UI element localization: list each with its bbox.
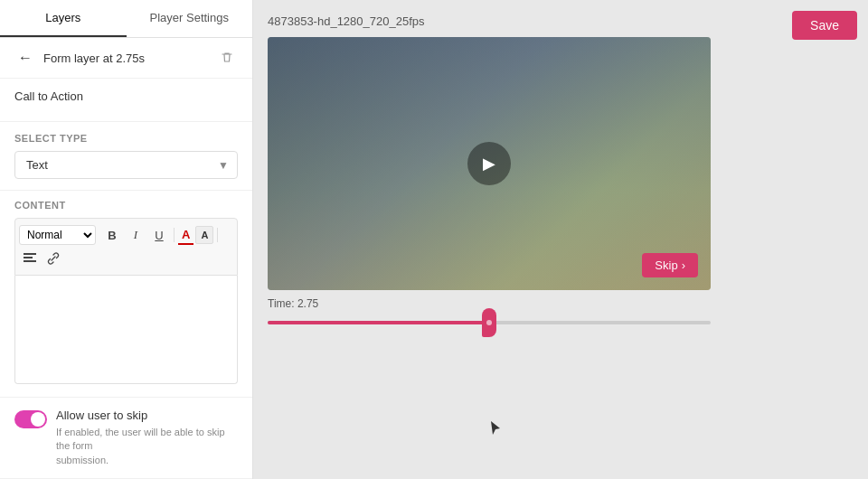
allow-skip-row: Allow user to skip If enabled, the user … <box>0 398 252 478</box>
format-select[interactable]: Normal Heading 1 Heading 2 <box>19 225 96 245</box>
skip-label: Skip <box>655 258 677 272</box>
progress-container <box>268 321 711 324</box>
text-color-button[interactable]: A <box>178 226 193 245</box>
svg-rect-1 <box>24 257 33 258</box>
video-filename: 4873853-hd_1280_720_25fps <box>268 14 854 28</box>
svg-rect-0 <box>24 253 36 255</box>
cursor-indicator <box>489 419 502 437</box>
background-color-button[interactable]: A <box>195 226 213 244</box>
tabs-bar: Layers Player Settings <box>0 0 252 38</box>
divider2 <box>217 228 218 242</box>
align-button[interactable] <box>19 248 41 269</box>
skip-button[interactable]: Skip › <box>642 253 698 277</box>
content-textarea[interactable] <box>14 276 238 384</box>
toggle-label: Allow user to skip <box>56 409 238 422</box>
video-player[interactable]: ▶ Skip › <box>268 37 711 290</box>
layer-title: Form layer at 2.75s <box>43 52 209 65</box>
underline-button[interactable]: U <box>148 224 170 246</box>
tab-player-settings[interactable]: Player Settings <box>127 0 253 37</box>
play-button[interactable]: ▶ <box>467 142 511 185</box>
toggle-knob <box>31 412 45 427</box>
link-button[interactable] <box>42 248 64 269</box>
toggle-content: Allow user to skip If enabled, the user … <box>56 409 238 467</box>
content-section: CONTENT Normal Heading 1 Heading 2 B I U… <box>0 191 252 398</box>
progress-track[interactable] <box>268 321 711 324</box>
content-label: CONTENT <box>14 200 238 211</box>
back-arrow-button[interactable]: ← <box>14 47 36 69</box>
save-button[interactable]: Save <box>792 11 857 40</box>
select-type-label: SELECT TYPE <box>14 133 238 144</box>
call-to-action-section: Call to Action <box>0 79 252 122</box>
toggle-description: If enabled, the user will be able to ski… <box>56 426 238 467</box>
layer-item-row: ← Form layer at 2.75s <box>0 38 252 79</box>
tab-layers[interactable]: Layers <box>0 0 127 37</box>
select-type-wrapper: Text Image Button ▼ <box>14 151 238 179</box>
svg-rect-2 <box>24 260 36 262</box>
content-toolbar: Normal Heading 1 Heading 2 B I U A A <box>14 218 238 276</box>
call-to-action-label: Call to Action <box>14 89 238 103</box>
bold-button[interactable]: B <box>101 224 123 246</box>
progress-fill <box>268 321 489 324</box>
left-panel: Layers Player Settings ← Form layer at 2… <box>0 0 253 479</box>
select-type-dropdown[interactable]: Text Image Button <box>14 151 238 179</box>
delete-layer-button[interactable] <box>216 47 238 69</box>
progress-thumb[interactable] <box>482 308 496 337</box>
italic-button[interactable]: I <box>125 224 146 246</box>
right-panel: Save 4873853-hd_1280_720_25fps ▶ Skip › … <box>253 0 868 479</box>
select-type-section: SELECT TYPE Text Image Button ▼ <box>0 122 252 191</box>
allow-skip-toggle[interactable] <box>14 410 47 428</box>
skip-arrow-icon: › <box>682 258 685 272</box>
time-label: Time: 2.75 <box>268 297 854 310</box>
divider <box>174 228 175 242</box>
